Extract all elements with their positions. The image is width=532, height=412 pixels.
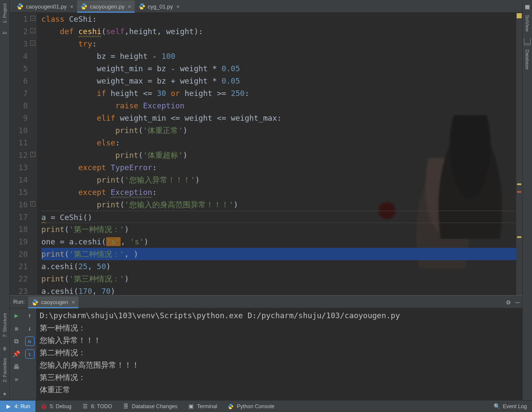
search-icon: 🔍 xyxy=(494,403,500,410)
code-line[interactable]: class CeShi: xyxy=(41,13,516,25)
status-debug-button[interactable]: 🐞 5: Debug xyxy=(35,400,77,412)
left-tool-rail: 1: Project ▭ 7: Structure ≑ 2: Favorites… xyxy=(0,0,10,400)
project-folder-icon: ▭ xyxy=(1,29,8,36)
python-file-icon xyxy=(17,3,23,10)
run-tool-window: Run: caoyougen × ⚙ — ▶ ↑ ◼ ↓ ⧉ ⇆ 📌 ↧ 🖶 »… xyxy=(10,295,522,400)
close-icon[interactable]: × xyxy=(72,299,75,305)
code-editor[interactable]: 1234567891011121314151617181920212223 cl… xyxy=(10,13,522,295)
console-line: 体重正常 xyxy=(40,383,522,396)
database-icon xyxy=(524,38,531,45)
code-line[interactable]: print('体重正常') xyxy=(41,124,516,136)
code-line[interactable]: print('第三种情况：') xyxy=(41,273,516,285)
minimize-icon[interactable]: — xyxy=(515,298,520,306)
run-tab-label: caoyougen xyxy=(41,299,68,305)
console-line: 第一种情况： xyxy=(40,322,522,334)
code-line[interactable]: weight_max = bz + weight * 0.05 xyxy=(41,75,516,87)
status-label: Python Console xyxy=(237,403,274,409)
terminal-icon: ▣ xyxy=(188,403,194,410)
todo-icon: ☰ xyxy=(82,403,89,410)
grid-icon: ▦ xyxy=(525,3,529,11)
status-bar: ▶ 4: Run 🐞 5: Debug ☰ 6: TODO 🗄 Database… xyxy=(0,400,532,412)
code-line[interactable]: else: xyxy=(41,136,516,149)
tab-cyg01[interactable]: cyg_01.py × xyxy=(135,0,183,12)
code-line[interactable]: a.ceshi(25, 50) xyxy=(41,260,516,273)
console-line: D:\pycharm\shuju\103\venv\Scripts\python… xyxy=(40,309,522,322)
up-button[interactable]: ↑ xyxy=(23,309,36,322)
database-tool-button[interactable]: Database xyxy=(524,48,531,71)
code-line[interactable]: try: xyxy=(41,38,516,50)
error-stripe[interactable] xyxy=(516,13,522,295)
console-line: 第三种情况： xyxy=(40,371,522,383)
python-file-icon xyxy=(81,3,87,10)
console-line: 您输入异常！！！ xyxy=(40,334,522,346)
code-line[interactable]: def ceshi(self,height, weight): xyxy=(41,25,516,38)
code-line[interactable]: a.ceshi(170, 70) xyxy=(41,285,516,295)
console-line: 您输入的身高范围异常！！！ xyxy=(40,359,522,371)
project-tool-button[interactable]: 1: Project xyxy=(1,2,8,25)
status-label: Terminal xyxy=(197,403,217,409)
close-icon[interactable]: × xyxy=(70,3,73,10)
run-title: Run: xyxy=(12,299,28,305)
gear-icon[interactable]: ⚙ xyxy=(506,298,511,306)
code-line[interactable]: bz = height - 100 xyxy=(41,50,516,62)
run-toolbar: ▶ ↑ ◼ ↓ ⧉ ⇆ 📌 ↧ 🖶 » xyxy=(10,308,36,400)
status-eventlog-button[interactable]: 🔍 Event Log xyxy=(489,400,532,412)
status-run-button[interactable]: ▶ 4: Run xyxy=(0,400,35,412)
status-pyconsole-button[interactable]: Python Console xyxy=(222,400,279,412)
code-line[interactable]: if height <= 30 or height >= 250: xyxy=(41,87,516,99)
code-line[interactable]: print('体重超标') xyxy=(41,149,516,161)
status-label: Event Log xyxy=(503,403,527,409)
tab-label: caoyougen.py xyxy=(90,3,124,10)
status-dbchanges-button[interactable]: 🗄 Database Changes xyxy=(117,400,182,412)
status-todo-button[interactable]: ☰ 6: TODO xyxy=(77,400,118,412)
close-icon[interactable]: × xyxy=(176,3,180,10)
console-output[interactable]: D:\pycharm\shuju\103\venv\Scripts\python… xyxy=(36,308,522,400)
code-line[interactable]: print('您输入的身高范围异常！！！') xyxy=(41,198,516,211)
code-line[interactable]: a = CeShi() xyxy=(41,211,516,223)
pin-button[interactable]: 📌 xyxy=(10,348,23,360)
status-label: 4: Run xyxy=(14,403,30,409)
code-line[interactable]: weight_min = bz - weight * 0.05 xyxy=(41,62,516,75)
status-label: 5: Debug xyxy=(50,403,72,409)
python-icon xyxy=(227,403,234,410)
code-line[interactable]: print('第一种情况：') xyxy=(41,223,516,235)
structure-tool-button[interactable]: 7: Structure xyxy=(1,311,8,339)
bug-icon: 🐞 xyxy=(40,403,47,410)
print-button[interactable]: 🖶 xyxy=(10,360,23,373)
tab-label: cyg_01.py xyxy=(148,3,173,10)
structure-icon: ≑ xyxy=(1,345,8,352)
play-icon: ▶ xyxy=(5,403,12,410)
database-icon: 🗄 xyxy=(122,403,129,410)
editor-tabs: caoyougen01.py × caoyougen.py × cyg_01.p… xyxy=(10,0,522,13)
rerun-button[interactable]: ▶ xyxy=(10,309,23,322)
more-button[interactable]: » xyxy=(10,373,23,386)
layout-button[interactable]: ⧉ xyxy=(10,335,23,348)
stop-button[interactable]: ◼ xyxy=(10,322,23,335)
code-area[interactable]: class CeShi: def ceshi(self,height, weig… xyxy=(37,13,516,295)
down-button[interactable]: ↓ xyxy=(23,322,36,335)
python-file-icon xyxy=(32,299,38,306)
favorites-tool-button[interactable]: 2: Favorites xyxy=(1,356,8,384)
sciview-tool-button[interactable]: SciView xyxy=(524,13,531,33)
code-line[interactable]: print('您输入异常！！！') xyxy=(41,174,516,186)
code-line[interactable]: print('第二种情况：', ) xyxy=(41,248,516,260)
run-tab[interactable]: caoyougen × xyxy=(28,296,78,308)
tab-caoyougen01[interactable]: caoyougen01.py × xyxy=(13,0,77,12)
tab-caoyougen[interactable]: caoyougen.py × xyxy=(77,0,135,12)
code-line[interactable]: raise Exception xyxy=(41,99,516,112)
right-tool-rail: ▦ SciView Database xyxy=(522,0,532,400)
python-file-icon xyxy=(139,3,145,10)
scroll-to-end-button[interactable]: ↧ xyxy=(25,349,35,359)
status-terminal-button[interactable]: ▣ Terminal xyxy=(182,400,222,412)
console-line: 第二种情况： xyxy=(40,346,522,359)
close-icon[interactable]: × xyxy=(128,3,131,10)
tab-label: caoyougen01.py xyxy=(26,3,66,10)
gutter: 1234567891011121314151617181920212223 xyxy=(10,13,37,295)
star-icon: ★ xyxy=(1,390,8,397)
code-line[interactable]: except TypeError: xyxy=(41,161,516,174)
code-line[interactable]: except Exception: xyxy=(41,186,516,198)
soft-wrap-button[interactable]: ⇆ xyxy=(25,337,35,346)
code-line[interactable]: elif weight_min <= weight <= weight_max: xyxy=(41,112,516,124)
status-label: Database Changes xyxy=(132,403,177,409)
code-line[interactable]: one = a.ceshi('s', 's') xyxy=(41,235,516,248)
